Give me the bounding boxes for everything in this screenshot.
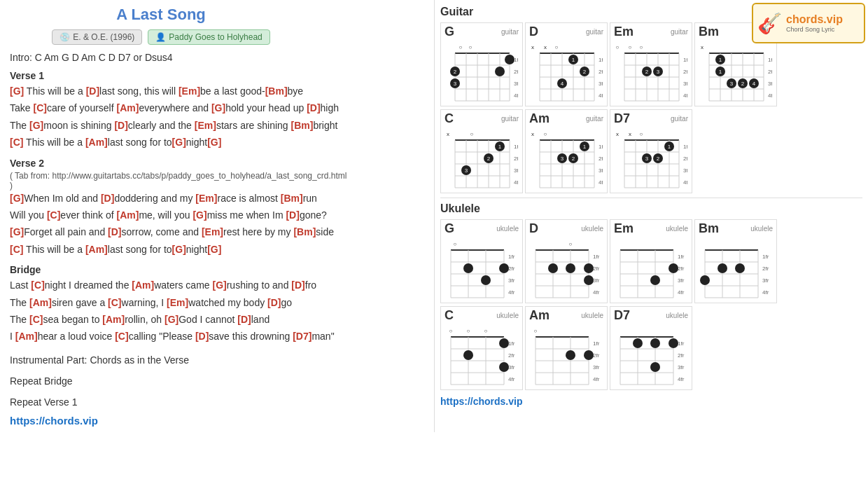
svg-text:3fr: 3fr (768, 81, 772, 87)
svg-text:3fr: 3fr (598, 81, 603, 87)
svg-text:2fr: 2fr (768, 69, 772, 75)
ukulele-section: Ukulele G ukulele ○ (440, 198, 862, 407)
svg-text:○: ○ (459, 44, 463, 50)
svg-text:3: 3 (561, 155, 564, 162)
svg-text:1fr: 1fr (683, 144, 687, 150)
svg-text:3: 3 (465, 167, 468, 174)
svg-text:4fr: 4fr (678, 289, 685, 296)
svg-point-22 (505, 55, 514, 64)
svg-text:4fr: 4fr (678, 376, 685, 382)
repeat-bridge: Repeat Bridge (10, 375, 424, 387)
svg-text:○: ○ (544, 131, 547, 137)
svg-text:○: ○ (454, 241, 457, 247)
badges-row: 💿 E. & O.E. (1996) 👤 Paddy Goes to Holyh… (10, 29, 312, 45)
lyric-line: [G] This will be a [D]last song, this wi… (10, 83, 424, 99)
svg-text:2fr: 2fr (508, 265, 515, 272)
svg-text:○: ○ (534, 328, 538, 334)
svg-text:3fr: 3fr (514, 81, 518, 87)
svg-text:1fr: 1fr (598, 144, 603, 150)
right-column: Guitar G guitar ○ ○ (434, 0, 868, 432)
svg-text:1fr: 1fr (508, 254, 515, 260)
verse1-title: Verse 1 (10, 70, 424, 81)
site-url: https://chords.vip (10, 415, 424, 427)
chord-C-guitar: C guitar x ○ (440, 109, 523, 193)
instrumental-section: Instrumental Part: Chords as in the Vers… (10, 354, 424, 366)
svg-text:3fr: 3fr (593, 364, 600, 371)
lyric-line: [G]When Im old and [D]doddering and my [… (10, 191, 424, 206)
svg-text:2fr: 2fr (593, 352, 600, 359)
svg-text:2fr: 2fr (598, 69, 603, 75)
lyric-line: Take [C]care of yourself [Am]everywhere … (10, 100, 424, 116)
svg-text:3: 3 (657, 69, 660, 75)
svg-text:○: ○ (629, 44, 632, 50)
svg-point-228 (718, 263, 727, 273)
svg-text:1: 1 (668, 144, 671, 150)
svg-text:○: ○ (555, 44, 559, 50)
svg-text:4fr: 4fr (762, 289, 769, 296)
svg-text:1fr: 1fr (593, 340, 600, 347)
song-title: A Last Song (10, 6, 312, 24)
tab-credit-close: ) (10, 181, 424, 191)
svg-text:4fr: 4fr (514, 179, 518, 186)
verse1-section: Verse 1 [G] This will be a [D]last song,… (10, 70, 424, 151)
ukulele-chords-row1: G ukulele ○ (440, 219, 862, 303)
svg-point-213 (668, 263, 678, 273)
svg-text:4fr: 4fr (508, 289, 515, 296)
svg-text:1fr: 1fr (593, 254, 600, 260)
svg-text:○: ○ (569, 241, 573, 247)
chord-Bm-ukulele: Bm ukulele (694, 219, 777, 303)
svg-text:1fr: 1fr (514, 144, 518, 150)
svg-point-196 (548, 263, 558, 273)
svg-text:3fr: 3fr (514, 167, 518, 174)
svg-point-199 (584, 275, 594, 285)
svg-text:2fr: 2fr (678, 265, 685, 272)
svg-text:3fr: 3fr (762, 277, 769, 284)
svg-text:2fr: 2fr (598, 155, 603, 162)
ukulele-chords-row2: C ukulele ○ ○ ○ (440, 306, 862, 390)
badge-album: 💿 E. & O.E. (1996) (52, 29, 142, 45)
chord-Am-ukulele: Am ukulele ○ (525, 306, 608, 390)
svg-text:1fr: 1fr (598, 57, 603, 63)
svg-text:x: x (531, 131, 534, 137)
chord-D-guitar: D guitar x x ○ (525, 22, 608, 106)
svg-text:4: 4 (561, 81, 564, 87)
svg-point-247 (499, 338, 509, 348)
svg-point-214 (650, 275, 660, 285)
svg-text:3fr: 3fr (678, 364, 685, 371)
chord-D-ukulele: D ukulele ○ (525, 219, 608, 303)
svg-text:4fr: 4fr (593, 289, 600, 296)
chord-G-guitar: G guitar ○ ○ (440, 22, 523, 106)
svg-point-198 (584, 263, 594, 273)
svg-point-265 (584, 350, 594, 360)
svg-text:3: 3 (454, 81, 457, 87)
tab-credit: ( Tab from: http://www.guitartabs.cc/tab… (10, 171, 424, 181)
svg-text:1fr: 1fr (678, 340, 685, 347)
svg-text:1: 1 (498, 144, 502, 150)
lyric-line: [C] This will be a [Am]last song for to[… (10, 242, 424, 257)
chord-Em-ukulele: Em ukulele (610, 219, 692, 303)
svg-text:4fr: 4fr (593, 376, 600, 382)
intro-line: Intro: C Am G D Am C D D7 or Dsus4 (10, 52, 424, 63)
lyric-line: Last [C]night I dreamed the [Am]waters c… (10, 277, 424, 293)
svg-text:2: 2 (657, 155, 660, 162)
badge-artist: 👤 Paddy Goes to Holyhead (148, 29, 270, 45)
svg-text:4fr: 4fr (768, 92, 772, 99)
svg-text:○: ○ (484, 328, 488, 334)
svg-text:2: 2 (487, 155, 491, 162)
svg-text:3fr: 3fr (508, 277, 515, 284)
lyric-line: The [Am]siren gave a [C]warning, I [Em]w… (10, 295, 424, 310)
svg-text:1: 1 (572, 57, 575, 63)
svg-text:4fr: 4fr (508, 376, 515, 382)
svg-text:4fr: 4fr (683, 179, 687, 186)
chord-Am-guitar: Am guitar x ○ (525, 109, 608, 193)
svg-text:2fr: 2fr (514, 155, 518, 162)
svg-point-280 (650, 338, 660, 348)
person-icon: 👤 (155, 32, 166, 42)
svg-text:2fr: 2fr (508, 352, 515, 359)
instrumental-text: Instrumental Part: Chords as in the Vers… (10, 354, 424, 366)
svg-point-180 (499, 263, 509, 273)
chord-D7-ukulele: D7 ukulele (610, 306, 692, 390)
lyric-line: [C] This will be a [Am]last song for to[… (10, 134, 424, 150)
bridge-section: Bridge Last [C]night I dreamed the [Am]w… (10, 264, 424, 345)
lyric-line: The [C]sea began to [Am]rollin, oh [G]Go… (10, 312, 424, 327)
